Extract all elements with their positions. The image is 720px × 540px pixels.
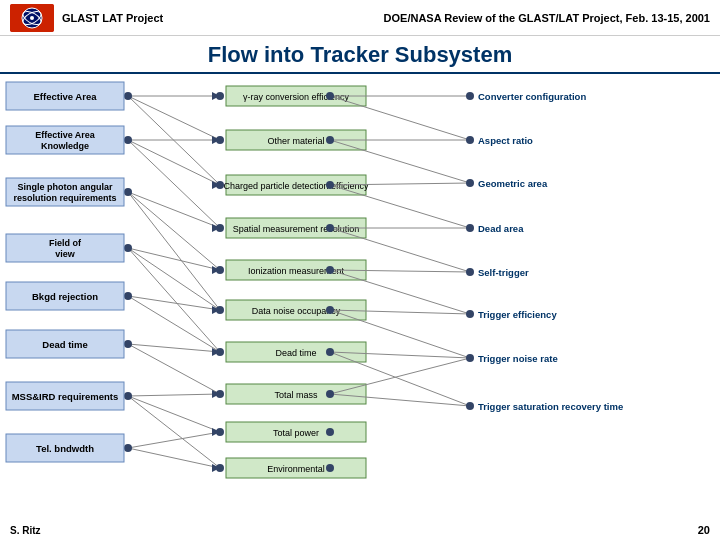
header-title-right: DOE/NASA Review of the GLAST/LAT Project… [384, 12, 710, 24]
content-area: Effective AreaEffective Area KnowledgeSi… [0, 74, 720, 534]
footer-page: 20 [698, 524, 710, 536]
svg-point-4 [30, 16, 34, 20]
page-title: Flow into Tracker Subsystem [0, 36, 720, 74]
logo-icon [10, 4, 54, 32]
header: GLAST LAT Project DOE/NASA Review of the… [0, 0, 720, 36]
footer-author: S. Ritz [10, 525, 41, 536]
header-title-left: GLAST LAT Project [62, 12, 163, 24]
